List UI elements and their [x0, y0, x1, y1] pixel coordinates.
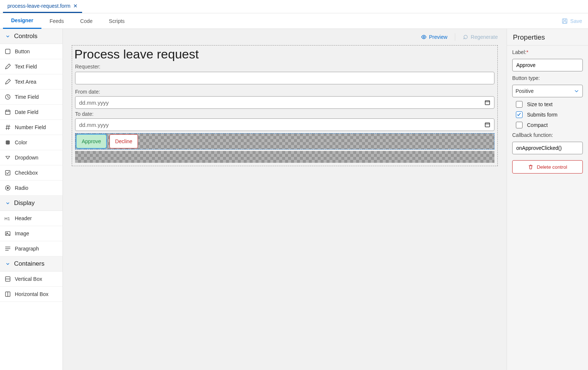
required-asterisk: *: [526, 49, 528, 55]
prop-label-input[interactable]: [512, 59, 583, 71]
palette-item-time-field[interactable]: Time Field: [0, 90, 62, 105]
palette-item-text-area[interactable]: Text Area: [0, 74, 62, 90]
palette-item-label: Number Field: [15, 124, 46, 130]
palette-item-label: Text Field: [15, 64, 37, 70]
palette-item-number-field[interactable]: Number Field: [0, 120, 62, 135]
palette-item-label: Checkbox: [15, 170, 38, 176]
from-date-label[interactable]: From date:: [75, 89, 495, 95]
palette-item-horizontal-box[interactable]: Horizontal Box: [0, 287, 62, 302]
calendar-icon[interactable]: [484, 100, 490, 105]
palette-item-label: Time Field: [15, 94, 39, 100]
to-date-label[interactable]: To date:: [75, 111, 495, 117]
checkbox[interactable]: [516, 111, 523, 118]
vbox-icon: [4, 276, 11, 282]
prop-label-label: Label:: [512, 49, 526, 55]
palette-group-display[interactable]: Display: [0, 196, 62, 211]
palette-item-label: Date Field: [15, 109, 38, 115]
trash-icon: [528, 164, 534, 170]
file-tab-label: process-leave-request.form: [7, 3, 70, 9]
from-date-input[interactable]: dd.mm.yyyy: [75, 96, 494, 109]
delete-control-button[interactable]: Delete control: [512, 160, 583, 174]
requester-input[interactable]: [75, 72, 494, 84]
prop-size-to-text[interactable]: Size to text: [512, 101, 583, 108]
close-icon[interactable]: ✕: [73, 3, 78, 9]
square-icon: [4, 48, 11, 55]
checkbox[interactable]: [516, 122, 523, 128]
refresh-icon: [463, 34, 469, 40]
chevron-down-icon: [5, 201, 10, 206]
prop-button-type-label: Button type:: [512, 75, 583, 81]
pencil-icon: [4, 63, 11, 70]
check-icon: [4, 169, 11, 176]
palette-item-dropdown[interactable]: Dropdown: [0, 150, 62, 165]
palette-item-label: Image: [15, 231, 29, 236]
regenerate-button: Regenerate: [463, 34, 498, 40]
checkbox[interactable]: [516, 101, 523, 108]
palette-item-checkbox[interactable]: Checkbox: [0, 165, 62, 181]
palette-item-paragraph[interactable]: Paragraph: [0, 241, 62, 256]
h1-icon: [4, 215, 11, 222]
palette-item-label: Horizontal Box: [15, 291, 48, 297]
decline-button[interactable]: Decline: [109, 134, 138, 148]
check-icon: [516, 112, 522, 118]
eye-icon: [421, 34, 427, 40]
hbox-icon: [4, 291, 11, 297]
palette-item-label: Button: [15, 48, 30, 54]
form-title[interactable]: Process leave request: [74, 47, 495, 61]
prop-callback-label: Callback function:: [512, 132, 583, 138]
chevron-down-icon: [5, 261, 10, 266]
palette-item-radio[interactable]: Radio: [0, 181, 62, 196]
preview-button[interactable]: Preview: [421, 34, 447, 40]
properties-panel: Properties Label:* Button type: Positive…: [507, 29, 588, 370]
tab-code[interactable]: Code: [72, 13, 101, 29]
properties-title: Properties: [507, 29, 588, 46]
palette-item-text-field[interactable]: Text Field: [0, 59, 62, 74]
palette-item-label: Dropdown: [15, 155, 38, 161]
prop-button-type-select[interactable]: Positive: [512, 85, 583, 97]
palette-group-containers[interactable]: Containers: [0, 256, 62, 272]
chevron-down-icon: [574, 88, 579, 94]
swatch-icon: [4, 139, 11, 146]
form-canvas[interactable]: Process leave request Requester: From da…: [72, 45, 498, 166]
prop-submits-form[interactable]: Submits form: [512, 111, 583, 118]
palette-item-image[interactable]: Image: [0, 226, 62, 241]
radio-icon: [4, 185, 11, 191]
palette-panel: Controls ButtonText FieldText AreaTime F…: [0, 29, 63, 370]
tab-feeds[interactable]: Feeds: [41, 13, 72, 29]
hash-icon: [4, 124, 11, 131]
palette-item-vertical-box[interactable]: Vertical Box: [0, 272, 62, 287]
chevdown-icon: [4, 154, 11, 161]
calendar-icon: [4, 109, 11, 115]
file-tab[interactable]: process-leave-request.form ✕: [3, 0, 82, 13]
pencil-icon: [4, 78, 11, 85]
palette-item-date-field[interactable]: Date Field: [0, 105, 62, 120]
prop-compact[interactable]: Compact: [512, 122, 583, 128]
drop-zone[interactable]: [75, 151, 494, 163]
requester-label[interactable]: Requester:: [75, 64, 495, 70]
palette-item-label: Text Area: [15, 79, 36, 85]
save-button: Save: [561, 18, 582, 24]
palette-item-label: Paragraph: [15, 246, 39, 252]
to-date-input[interactable]: dd.mm.yyyy: [75, 118, 494, 131]
palette-item-button[interactable]: Button: [0, 44, 62, 59]
calendar-icon[interactable]: [484, 122, 490, 128]
palette-item-label: Header: [15, 215, 32, 221]
approve-button[interactable]: Approve: [76, 134, 107, 148]
image-icon: [4, 230, 11, 237]
palette-item-label: Color: [15, 139, 27, 145]
para-icon: [4, 245, 11, 252]
tab-scripts[interactable]: Scripts: [101, 13, 133, 29]
palette-item-label: Radio: [15, 185, 28, 191]
prop-callback-input[interactable]: [512, 142, 583, 154]
tab-designer[interactable]: Designer: [3, 13, 41, 29]
button-row-container[interactable]: Approve Decline: [75, 133, 494, 149]
save-icon: [561, 18, 568, 24]
palette-item-label: Vertical Box: [15, 276, 42, 282]
palette-item-color[interactable]: Color: [0, 135, 62, 150]
clock-icon: [4, 94, 11, 100]
chevron-down-icon: [5, 34, 10, 39]
palette-item-header[interactable]: Header: [0, 211, 62, 226]
palette-group-controls[interactable]: Controls: [0, 29, 62, 44]
